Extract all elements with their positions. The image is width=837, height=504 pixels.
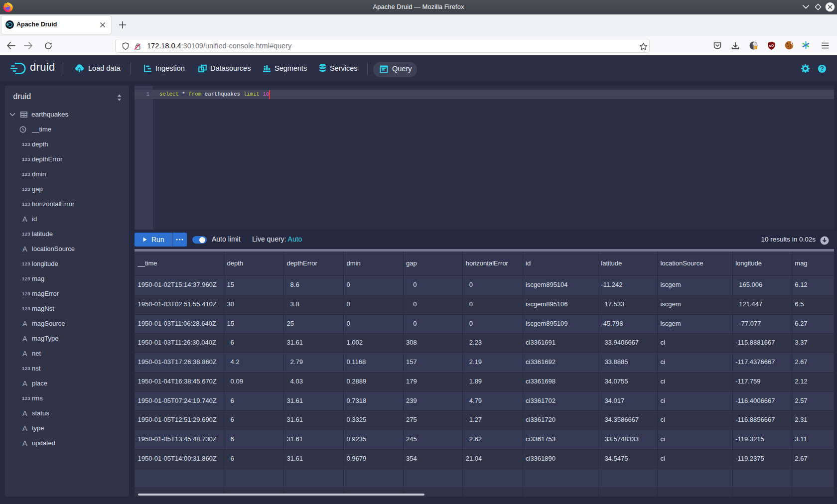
svg-text:?: ?	[820, 65, 824, 72]
svg-text:uO: uO	[769, 44, 774, 47]
